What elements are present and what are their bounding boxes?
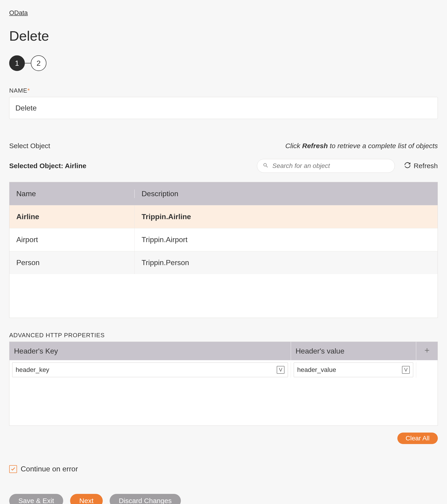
advanced-label: ADVANCED HTTP PROPERTIES [9,332,438,339]
check-icon [11,465,16,473]
table-row[interactable]: Airline Trippin.Airline [9,205,438,228]
search-box[interactable] [257,159,395,173]
search-input[interactable] [272,162,389,170]
header-value-input[interactable]: header_value V [294,362,413,377]
clear-all-button[interactable]: Clear All [397,432,438,444]
select-object-label: Select Object [9,142,50,150]
continue-on-error-label: Continue on error [21,465,78,473]
variable-icon[interactable]: V [277,366,284,374]
table-row[interactable]: Airport Trippin.Airport [9,228,438,251]
name-input[interactable] [9,97,438,119]
col-header-value: Header's value [291,342,416,360]
continue-on-error-checkbox[interactable] [9,465,17,473]
step-2[interactable]: 2 [31,55,46,71]
page-title: Delete [9,28,438,44]
search-icon [263,162,269,169]
table-row[interactable]: Person Trippin.Person [9,251,438,274]
name-label: NAME* [9,87,438,94]
variable-icon[interactable]: V [402,366,410,374]
discard-button[interactable]: Discard Changes [110,494,181,504]
step-1[interactable]: 1 [9,55,25,71]
add-header-button[interactable] [416,342,438,360]
stepper: 1 2 [9,55,438,71]
refresh-button[interactable]: Refresh [404,162,438,170]
object-table: Name Description Airline Trippin.Airline… [9,182,438,318]
plus-icon [424,347,430,355]
header-key-input[interactable]: header_key V [12,362,288,377]
step-connector [25,63,31,63]
advanced-table: Header's Key Header's value header_key V [9,342,438,426]
selected-object: Selected Object: Airline [9,162,86,170]
save-exit-button[interactable]: Save & Exit [9,494,63,504]
refresh-icon [404,162,411,170]
col-header-desc: Description [135,190,438,198]
col-header-name: Name [9,190,135,198]
breadcrumb-odata[interactable]: OData [9,9,28,17]
refresh-hint: Click Refresh to retrieve a complete lis… [285,142,438,150]
col-header-key: Header's Key [9,342,291,360]
next-button[interactable]: Next [70,494,103,504]
